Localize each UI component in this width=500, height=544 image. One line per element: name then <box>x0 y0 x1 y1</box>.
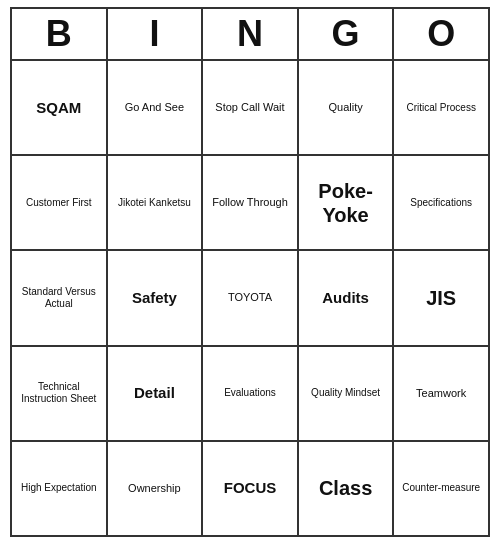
cell-text-3-0: Technical Instruction Sheet <box>15 381 103 405</box>
cell-text-2-4: JIS <box>426 286 456 310</box>
cell-1-2: Follow Through <box>203 156 299 249</box>
cell-text-0-0: SQAM <box>36 99 81 117</box>
cell-2-3: Audits <box>299 251 395 344</box>
grid-row-3: Technical Instruction SheetDetailEvaluat… <box>12 347 488 442</box>
cell-1-0: Customer First <box>12 156 108 249</box>
cell-text-0-3: Quality <box>328 101 362 114</box>
cell-text-0-2: Stop Call Wait <box>215 101 284 114</box>
bingo-grid: SQAMGo And SeeStop Call WaitQualityCriti… <box>12 61 488 535</box>
cell-4-3: Class <box>299 442 395 535</box>
cell-text-2-2: TOYOTA <box>228 291 272 304</box>
cell-text-3-3: Quality Mindset <box>311 387 380 399</box>
grid-row-2: Standard Versus ActualSafetyTOYOTAAudits… <box>12 251 488 346</box>
bingo-card: BINGO SQAMGo And SeeStop Call WaitQualit… <box>10 7 490 537</box>
cell-3-4: Teamwork <box>394 347 488 440</box>
cell-0-4: Critical Process <box>394 61 488 154</box>
cell-0-1: Go And See <box>108 61 204 154</box>
cell-text-4-3: Class <box>319 476 372 500</box>
grid-row-1: Customer FirstJikotei KanketsuFollow Thr… <box>12 156 488 251</box>
cell-text-0-1: Go And See <box>125 101 184 114</box>
cell-text-1-4: Specifications <box>410 197 472 209</box>
cell-text-2-1: Safety <box>132 289 177 307</box>
cell-text-1-1: Jikotei Kanketsu <box>118 197 191 209</box>
cell-text-1-2: Follow Through <box>212 196 288 209</box>
cell-0-2: Stop Call Wait <box>203 61 299 154</box>
cell-text-4-0: High Expectation <box>21 482 97 494</box>
cell-4-2: FOCUS <box>203 442 299 535</box>
cell-3-2: Evaluations <box>203 347 299 440</box>
header-letter-b: B <box>12 9 108 59</box>
cell-2-1: Safety <box>108 251 204 344</box>
cell-text-2-3: Audits <box>322 289 369 307</box>
cell-text-0-4: Critical Process <box>406 102 475 114</box>
cell-1-4: Specifications <box>394 156 488 249</box>
cell-text-3-4: Teamwork <box>416 387 466 400</box>
cell-4-0: High Expectation <box>12 442 108 535</box>
header-row: BINGO <box>12 9 488 61</box>
cell-text-4-1: Ownership <box>128 482 181 495</box>
cell-2-0: Standard Versus Actual <box>12 251 108 344</box>
cell-4-1: Ownership <box>108 442 204 535</box>
cell-0-3: Quality <box>299 61 395 154</box>
cell-text-1-3: Poke-Yoke <box>302 179 390 227</box>
header-letter-i: I <box>108 9 204 59</box>
cell-text-2-0: Standard Versus Actual <box>15 286 103 310</box>
cell-text-4-4: Counter-measure <box>402 482 480 494</box>
cell-text-3-2: Evaluations <box>224 387 276 399</box>
header-letter-o: O <box>394 9 488 59</box>
cell-2-4: JIS <box>394 251 488 344</box>
cell-4-4: Counter-measure <box>394 442 488 535</box>
cell-0-0: SQAM <box>12 61 108 154</box>
grid-row-4: High ExpectationOwnershipFOCUSClassCount… <box>12 442 488 535</box>
cell-3-0: Technical Instruction Sheet <box>12 347 108 440</box>
cell-3-3: Quality Mindset <box>299 347 395 440</box>
header-letter-g: G <box>299 9 395 59</box>
cell-text-1-0: Customer First <box>26 197 92 209</box>
cell-1-3: Poke-Yoke <box>299 156 395 249</box>
header-letter-n: N <box>203 9 299 59</box>
cell-1-1: Jikotei Kanketsu <box>108 156 204 249</box>
cell-2-2: TOYOTA <box>203 251 299 344</box>
cell-text-3-1: Detail <box>134 384 175 402</box>
cell-3-1: Detail <box>108 347 204 440</box>
grid-row-0: SQAMGo And SeeStop Call WaitQualityCriti… <box>12 61 488 156</box>
cell-text-4-2: FOCUS <box>224 479 277 497</box>
